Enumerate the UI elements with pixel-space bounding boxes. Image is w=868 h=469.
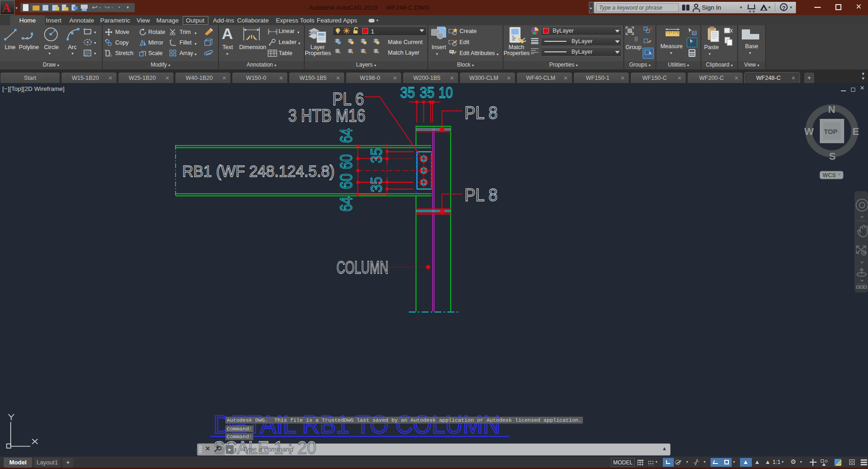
svg-text:N: N: [828, 104, 835, 115]
svg-text:A: A: [222, 26, 233, 41]
svg-text:RB1 (WF 248.124.5.8): RB1 (WF 248.124.5.8): [182, 162, 335, 180]
svg-text:35: 35: [367, 177, 386, 192]
svg-text:64: 64: [337, 196, 356, 212]
svg-text:60: 60: [337, 173, 356, 189]
svg-text:10: 10: [439, 84, 453, 101]
svg-text:35: 35: [400, 84, 415, 101]
svg-text:COLUMN: COLUMN: [336, 257, 388, 277]
svg-text:60: 60: [337, 154, 356, 169]
svg-text:E: E: [852, 126, 859, 137]
svg-text:PL 8: PL 8: [465, 103, 498, 123]
svg-text:3 HTB M16: 3 HTB M16: [288, 106, 365, 125]
svg-text:64: 64: [337, 128, 356, 143]
svg-text:W: W: [804, 126, 814, 137]
svg-text:PL 8: PL 8: [465, 185, 498, 205]
svg-text:WCS: WCS: [823, 172, 836, 179]
svg-text:35: 35: [367, 148, 386, 163]
svg-text:S: S: [829, 151, 836, 162]
svg-text:TOP: TOP: [824, 128, 838, 135]
svg-text:35: 35: [420, 84, 435, 101]
svg-text:DETAIL RB1 TO COLUMN: DETAIL RB1 TO COLUMN: [213, 410, 500, 439]
